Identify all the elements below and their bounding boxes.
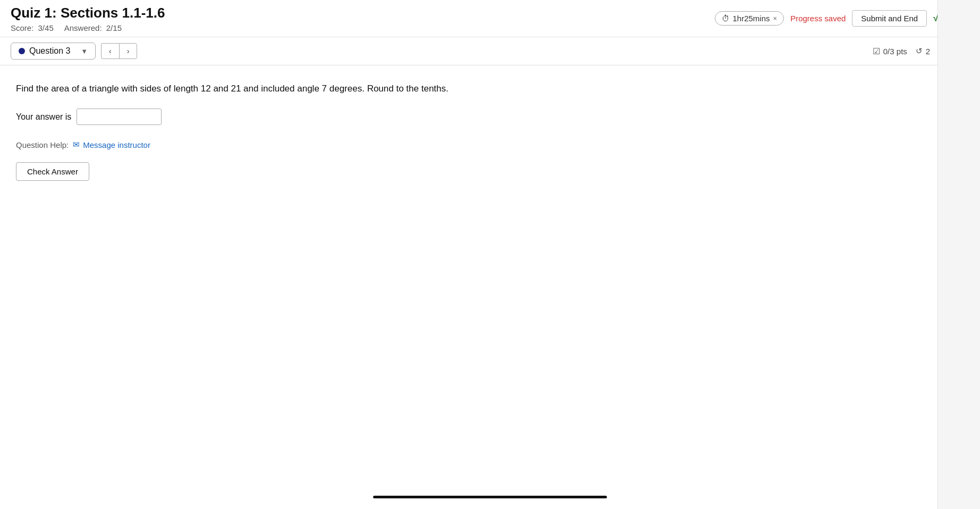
question-selector[interactable]: Question 3 ▼ — [11, 43, 96, 60]
bottom-indicator — [373, 496, 607, 498]
undo-icon: ↺ — [916, 46, 923, 56]
answer-input[interactable] — [77, 109, 162, 125]
question-help: Question Help: ✉ Message instructor — [16, 140, 728, 149]
check-answer-button[interactable]: Check Answer — [16, 162, 89, 181]
quiz-meta: Score: 3/45 Answered: 2/15 — [11, 23, 165, 32]
check-square-icon: ☑ — [873, 46, 880, 56]
question-status-dot — [19, 48, 25, 54]
question-nav-arrows: ‹ › — [101, 43, 137, 59]
timer-close-icon[interactable]: × — [773, 14, 778, 22]
header-left: Quiz 1: Sections 1.1-1.6 Score: 3/45 Ans… — [11, 5, 165, 32]
question-nav-left: Question 3 ▼ ‹ › — [11, 43, 137, 60]
message-instructor-link[interactable]: ✉ Message instructor — [73, 140, 150, 149]
attempts-value: 2 — [926, 47, 930, 56]
header-right: ⏱ 1hr25mins × Progress saved Submit and … — [715, 10, 970, 27]
timer-badge[interactable]: ⏱ 1hr25mins × — [715, 11, 784, 26]
answer-row: Your answer is — [16, 109, 728, 125]
main-content: Find the area of a triangle with sides o… — [0, 65, 744, 197]
quiz-title: Quiz 1: Sections 1.1-1.6 — [11, 5, 165, 21]
next-question-button[interactable]: › — [119, 43, 138, 59]
bottom-bar — [373, 496, 607, 498]
mail-icon: ✉ — [73, 140, 80, 149]
right-panel — [937, 0, 980, 509]
pts-value: 0/3 pts — [883, 47, 907, 56]
header: Quiz 1: Sections 1.1-1.6 Score: 3/45 Ans… — [0, 0, 980, 37]
attempts-info: ↺ 2 — [916, 46, 930, 56]
answered-label: Answered: 2/15 — [64, 23, 122, 32]
question-text: Find the area of a triangle with sides o… — [16, 81, 728, 96]
chevron-down-icon: ▼ — [81, 47, 88, 55]
help-label: Question Help: — [16, 140, 69, 149]
clock-icon: ⏱ — [722, 14, 730, 23]
progress-saved: Progress saved — [790, 14, 846, 23]
question-nav: Question 3 ▼ ‹ › ☑ 0/3 pts ↺ 2 ℹ Details — [0, 37, 980, 65]
answer-prefix: Your answer is — [16, 112, 71, 122]
message-instructor-label: Message instructor — [83, 140, 150, 149]
score-label: Score: 3/45 — [11, 23, 54, 32]
timer-value: 1hr25mins — [733, 14, 770, 23]
question-label: Question 3 — [29, 46, 70, 56]
submit-end-button[interactable]: Submit and End — [852, 10, 927, 27]
pts-info: ☑ 0/3 pts — [873, 46, 907, 56]
prev-question-button[interactable]: ‹ — [101, 43, 119, 59]
